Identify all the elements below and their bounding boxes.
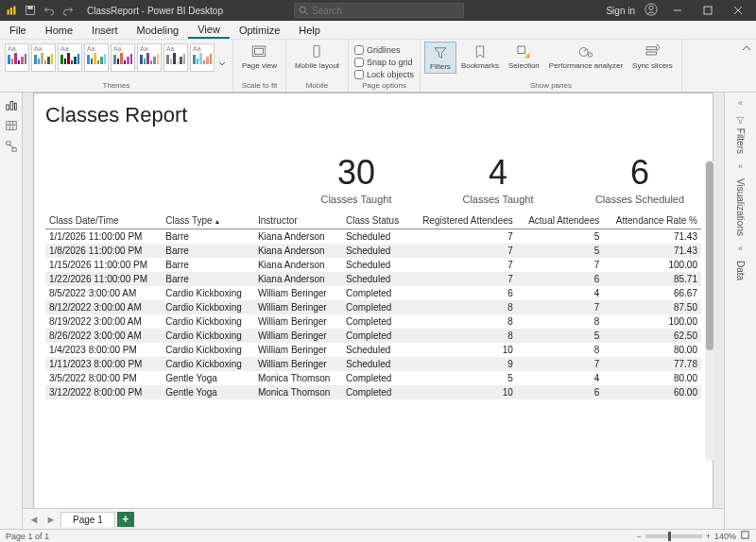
menu-home[interactable]: Home	[36, 21, 82, 39]
menu-optimize[interactable]: Optimize	[230, 21, 289, 39]
table-cell: Cardio Kickboxing	[162, 286, 254, 300]
table-row[interactable]: 8/12/2022 3:00:00 AMCardio KickboxingWil…	[45, 300, 701, 314]
themes-gallery[interactable]: AaAaAaAaAaAaAaAa	[4, 42, 229, 74]
canvas-scrollbar[interactable]	[705, 160, 714, 462]
performance-analyzer-button[interactable]: Performance analyzer	[544, 42, 627, 74]
table-cell: 87.50	[603, 300, 701, 314]
classes-table[interactable]: Class Date/TimeClass Type ▲InstructorCla…	[45, 212, 701, 399]
table-cell: 8/5/2022 3:00:00 AM	[45, 286, 162, 300]
chevron-left-icon[interactable]: «	[738, 244, 743, 253]
fit-page-icon[interactable]	[740, 530, 750, 542]
right-panes-rail: « Filters « Visualizations « Data	[724, 93, 756, 529]
snap-checkbox[interactable]: Snap to grid	[352, 56, 415, 68]
report-view-icon[interactable]	[5, 98, 18, 111]
table-row[interactable]: 1/11/2023 8:00:00 PMCardio KickboxingWil…	[45, 357, 701, 371]
page-view-button[interactable]: Page view	[237, 42, 282, 72]
table-cell: 5	[517, 244, 603, 258]
table-view-icon[interactable]	[5, 119, 18, 132]
ribbon-group-label: Themes	[103, 81, 130, 92]
redo-icon[interactable]	[62, 5, 74, 16]
minimize-button[interactable]	[667, 1, 688, 20]
card-label: Classes Taught	[446, 194, 550, 205]
table-row[interactable]: 1/22/2026 11:00:00 PMBarreKiana Anderson…	[45, 272, 701, 286]
svg-rect-30	[6, 142, 9, 145]
bookmarks-pane-button[interactable]: Bookmarks	[456, 42, 504, 74]
gridlines-checkbox[interactable]: Gridlines	[352, 43, 403, 56]
visualizations-pane-tab[interactable]: Visualizations	[733, 175, 747, 240]
page-tab-1[interactable]: Page 1	[60, 512, 115, 527]
menu-file[interactable]: File	[0, 21, 36, 39]
add-page-button[interactable]: +	[117, 512, 134, 527]
column-header[interactable]: Class Type ▲	[162, 212, 254, 229]
theme-swatch[interactable]: Aa	[84, 43, 109, 72]
mobile-layout-button[interactable]: Mobile layout	[290, 42, 344, 72]
page-prev-icon[interactable]: ◄	[26, 514, 42, 525]
table-row[interactable]: 1/15/2026 11:00:00 PMBarreKiana Anderson…	[45, 258, 701, 272]
zoom-slider[interactable]	[645, 534, 702, 538]
themes-more-icon[interactable]	[215, 42, 229, 74]
user-icon[interactable]	[644, 3, 658, 18]
table-row[interactable]: 8/26/2022 3:00:00 AMCardio KickboxingWil…	[45, 329, 701, 343]
table-cell: Cardio Kickboxing	[162, 343, 254, 357]
column-header[interactable]: Class Status	[342, 212, 409, 229]
search-input[interactable]	[294, 3, 464, 18]
svg-rect-15	[314, 45, 319, 57]
table-row[interactable]: 1/4/2023 8:00:00 PMCardio KickboxingWill…	[45, 343, 701, 357]
table-row[interactable]: 1/1/2026 11:00:00 PMBarreKiana AndersonS…	[45, 229, 701, 245]
filters-pane-tab[interactable]: Filters	[733, 111, 748, 158]
zoom-out-icon[interactable]: −	[636, 532, 641, 541]
report-canvas[interactable]: Classes Report 30Classes Taught4Classes …	[33, 93, 713, 517]
summary-card[interactable]: 6Classes Scheduled	[588, 156, 692, 205]
table-cell: 1/8/2026 11:00:00 PM	[45, 244, 162, 258]
theme-swatch[interactable]: Aa	[137, 43, 162, 72]
table-cell: 71.43	[603, 229, 701, 245]
filters-pane-button[interactable]: Filters	[424, 42, 456, 74]
theme-swatch[interactable]: Aa	[111, 43, 135, 72]
card-label: Classes Scheduled	[588, 194, 692, 205]
global-search[interactable]	[294, 3, 464, 18]
table-row[interactable]: 1/8/2026 11:00:00 PMBarreKiana AndersonS…	[45, 244, 701, 258]
menu-modeling[interactable]: Modeling	[128, 21, 189, 39]
signin-link[interactable]: Sign in	[606, 6, 635, 16]
menu-help[interactable]: Help	[289, 21, 330, 39]
model-view-icon[interactable]	[5, 140, 18, 153]
table-cell: 3/5/2022 8:00:00 PM	[45, 371, 162, 385]
column-header[interactable]: Attendance Rate %	[603, 212, 701, 229]
undo-icon[interactable]	[43, 5, 55, 16]
zoom-in-icon[interactable]: +	[706, 532, 711, 541]
selection-pane-button[interactable]: Selection	[504, 42, 544, 74]
sync-slicers-button[interactable]: Sync slicers	[627, 42, 678, 74]
theme-swatch[interactable]: Aa	[190, 43, 215, 72]
table-cell: Scheduled	[342, 357, 409, 371]
table-row[interactable]: 3/12/2022 8:00:00 PMGentle YogaMonica Th…	[45, 385, 701, 399]
ribbon-collapse-icon[interactable]	[737, 40, 756, 92]
summary-card[interactable]: 4Classes Taught	[446, 156, 550, 205]
save-icon[interactable]	[25, 5, 36, 16]
table-cell: William Beringer	[254, 314, 342, 329]
table-row[interactable]: 8/5/2022 3:00:00 AMCardio KickboxingWill…	[45, 286, 701, 300]
column-header[interactable]: Instructor	[254, 212, 342, 229]
chevron-left-icon[interactable]: «	[738, 98, 743, 108]
menu-insert[interactable]: Insert	[82, 21, 128, 39]
table-row[interactable]: 8/19/2022 3:00:00 AMCardio KickboxingWil…	[45, 314, 701, 329]
table-row[interactable]: 3/5/2022 8:00:00 PMGentle YogaMonica Tho…	[45, 371, 701, 385]
svg-point-5	[300, 7, 305, 12]
data-pane-tab[interactable]: Data	[733, 257, 747, 284]
theme-swatch[interactable]: Aa	[163, 43, 188, 72]
theme-swatch[interactable]: Aa	[58, 43, 82, 72]
page-next-icon[interactable]: ►	[43, 514, 59, 525]
theme-swatch[interactable]: Aa	[31, 43, 56, 72]
menu-view[interactable]: View	[188, 21, 230, 39]
svg-rect-2	[13, 7, 15, 15]
column-header[interactable]: Registered Attendees	[409, 212, 517, 229]
table-cell: 7	[409, 244, 517, 258]
lock-checkbox[interactable]: Lock objects	[352, 68, 416, 80]
maximize-button[interactable]	[697, 1, 718, 20]
theme-swatch[interactable]: Aa	[5, 43, 29, 72]
chevron-left-icon[interactable]: «	[738, 161, 743, 171]
card-value: 30	[304, 156, 408, 190]
column-header[interactable]: Class Date/Time	[45, 212, 162, 229]
close-button[interactable]	[728, 1, 748, 20]
summary-card[interactable]: 30Classes Taught	[304, 156, 408, 205]
column-header[interactable]: Actual Attendees	[517, 212, 603, 229]
